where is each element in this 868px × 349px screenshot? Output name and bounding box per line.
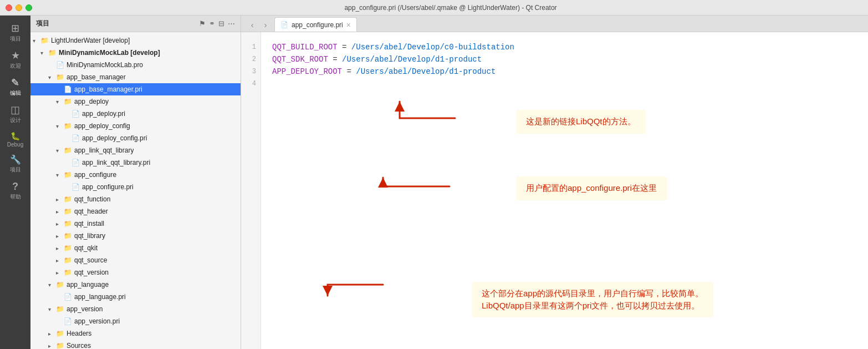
sidebar-item-design[interactable]: ◫ 设计 <box>2 102 29 128</box>
line-num-1: 1 <box>241 41 261 53</box>
tab-close-button[interactable]: × <box>346 21 351 29</box>
tree-item-app_base_manager.pri[interactable]: 📄app_base_manager.pri <box>30 83 241 95</box>
sidebar-item-projects[interactable]: ⊞ 项目 <box>2 20 29 46</box>
tree-arrow-12: ▾ <box>56 172 64 178</box>
tree-item-app_link_qqt_library.pri[interactable]: 📄app_link_qqt_library.pri <box>30 156 241 169</box>
tree-label-19: qqt_source <box>74 256 107 264</box>
file-icon-17: 📁 <box>64 232 72 240</box>
tree-item-minidynamicmocklab.pro[interactable]: 📄MiniDynamicMockLab.pro <box>30 59 241 71</box>
tab-prev-button[interactable]: ‹ <box>246 18 259 32</box>
file-icon-19: 📁 <box>64 256 72 264</box>
file-icon-8: 📁 <box>64 122 72 130</box>
sidebar-item-edit[interactable]: ✎ 编辑 <box>2 74 29 100</box>
tree-arrow-6: ▾ <box>56 99 64 105</box>
tree-item-app_deploy_config[interactable]: ▾📁app_deploy_config <box>30 120 241 132</box>
minimize-button[interactable] <box>16 4 22 11</box>
tab-file-icon: 📄 <box>280 21 288 28</box>
annotation-box-3: 这个部分在app的源代码目录里，用户自行编写，比较简单。 LibQQt/app目… <box>472 282 713 317</box>
tree-item-app_base_manager[interactable]: ▾📁app_base_manager <box>30 71 241 83</box>
link-icon[interactable]: ⚭ <box>209 19 215 28</box>
tree-item-qqt_install[interactable]: ▸📁qqt_install <box>30 218 241 230</box>
tree-item-qqt_header[interactable]: ▸📁qqt_header <box>30 205 241 218</box>
close-button[interactable] <box>6 4 12 11</box>
tree-arrow-19: ▸ <box>56 257 64 264</box>
file-icon-25: 📁 <box>56 330 64 337</box>
code-line-3: APP_DEPLOY_ROOT = /Users/abel/Develop/d1… <box>272 65 857 78</box>
tree-arrow-18: ▸ <box>56 245 64 251</box>
tree-item-app_version.pri[interactable]: 📄app_version.pri <box>30 315 241 327</box>
design-icon: ◫ <box>11 105 20 115</box>
tree-item-headers[interactable]: ▸📁Headers <box>30 327 241 340</box>
tree-label-20: qqt_version <box>74 269 109 276</box>
tree-label-16: qqt_install <box>74 220 104 227</box>
tab-next-button[interactable]: › <box>259 18 272 32</box>
tree-arrow-25: ▸ <box>48 331 56 337</box>
window-title: app_configure.pri (/Users/abel/.qmake @ … <box>39 4 862 12</box>
tree-item-lightunderwater-[develop][interactable]: ▾📁LightUnderWater [develop] <box>30 34 241 47</box>
sidebar-item-welcome[interactable]: ★ 欢迎 <box>2 47 29 73</box>
tree-item-app_configure[interactable]: ▾📁app_configure <box>30 169 241 181</box>
collapse-icon[interactable]: ⊟ <box>218 19 224 28</box>
tree-item-app_deploy[interactable]: ▾📁app_deploy <box>30 95 241 108</box>
tree-item-app_deploy_config.pri[interactable]: 📄app_deploy_config.pri <box>30 132 241 144</box>
line-num-4: 4 <box>241 78 261 90</box>
file-icon-20: 📁 <box>64 269 72 276</box>
tree-item-app_language.pri[interactable]: 📄app_language.pri <box>30 291 241 303</box>
tree-label-25: Headers <box>67 330 91 337</box>
tree-arrow-21: ▾ <box>48 282 56 288</box>
panel-actions: ⚑ ⚭ ⊟ ⋯ <box>199 19 235 28</box>
tree-arrow-2: ▾ <box>40 50 48 56</box>
annotation-box-2: 用户配置的app_configure.pri在这里 <box>516 176 667 200</box>
tree-item-app_deploy.pri[interactable]: 📄app_deploy.pri <box>30 108 241 120</box>
file-icon-13: 📄 <box>72 183 80 191</box>
tree-item-qqt_source[interactable]: ▸📁qqt_source <box>30 254 241 266</box>
file-icon-22: 📄 <box>64 293 72 301</box>
annotation-text-3-line1: 这个部分在app的源代码目录里，用户自行编写，比较简单。 <box>482 287 703 300</box>
panel-title: 项目 <box>36 19 49 28</box>
tree-container[interactable]: ▾📁LightUnderWater [develop]▾📁MiniDynamic… <box>30 32 241 349</box>
tree-item-qqt_version[interactable]: ▸📁qqt_version <box>30 266 241 279</box>
sidebar-item-help[interactable]: ? 帮助 <box>2 178 29 204</box>
tab-bar-area: ‹ › 📄 app_configure.pri × 1 2 3 4 QQT_BU… <box>241 16 868 349</box>
file-icon-6: 📁 <box>64 98 72 105</box>
tree-item-qqt_qkit[interactable]: ▸📁qqt_qkit <box>30 242 241 254</box>
file-icon-4: 📁 <box>56 73 64 81</box>
sidebar-item-debug[interactable]: 🐛 Debug <box>2 129 29 151</box>
editor-content[interactable]: QQT_BUILD_ROOT = /Users/abel/Develop/c0-… <box>261 32 868 349</box>
annotation-text-2: 用户配置的app_configure.pri在这里 <box>526 183 657 193</box>
file-icon-11: 📄 <box>72 159 80 166</box>
sidebar-item-projects2[interactable]: 🔧 项目 <box>2 152 29 177</box>
tree-item-qqt_library[interactable]: ▸📁qqt_library <box>30 230 241 242</box>
tree-arrow-20: ▸ <box>56 270 64 276</box>
tree-item-app_version[interactable]: ▾📁app_version <box>30 303 241 315</box>
more-icon[interactable]: ⋯ <box>228 19 235 28</box>
tree-item-app_link_qqt_library[interactable]: ▾📁app_link_qqt_library <box>30 144 241 156</box>
traffic-lights <box>6 4 32 11</box>
tree-item-qqt_function[interactable]: ▸📁qqt_function <box>30 193 241 205</box>
file-icon-7: 📄 <box>72 110 80 118</box>
tree-arrow-1: ▾ <box>33 38 40 44</box>
tree-item-sources[interactable]: ▸📁Sources <box>30 340 241 349</box>
tree-item-app_language[interactable]: ▾📁app_language <box>30 279 241 291</box>
debug-icon: 🐛 <box>11 132 20 140</box>
welcome-icon: ★ <box>11 50 20 60</box>
tree-item-app_configure.pri[interactable]: 📄app_configure.pri <box>30 181 241 193</box>
help-icon: ? <box>12 181 18 191</box>
tree-arrow-10: ▾ <box>56 148 64 154</box>
edit-icon: ✎ <box>11 78 19 88</box>
file-icon-9: 📄 <box>72 134 80 142</box>
tree-label-8: app_deploy_config <box>74 122 130 130</box>
filter-icon[interactable]: ⚑ <box>199 19 206 28</box>
maximize-button[interactable] <box>25 4 32 11</box>
tools-icon: 🔧 <box>10 155 21 164</box>
tab-bar: ‹ › 📄 app_configure.pri × <box>241 16 868 32</box>
tab-item-app-configure[interactable]: 📄 app_configure.pri × <box>274 17 357 32</box>
tree-label-18: qqt_qkit <box>74 244 98 252</box>
file-icon-5: 📄 <box>64 85 72 93</box>
file-icon-23: 📁 <box>56 305 64 313</box>
file-icon-2: 📁 <box>48 49 57 57</box>
tree-arrow-4: ▾ <box>48 74 56 80</box>
titlebar: app_configure.pri (/Users/abel/.qmake @ … <box>0 0 868 16</box>
tree-item-minidynamicmocklab-[develop][interactable]: ▾📁MiniDynamicMockLab [develop] <box>30 47 241 59</box>
file-icon-12: 📁 <box>64 171 72 179</box>
